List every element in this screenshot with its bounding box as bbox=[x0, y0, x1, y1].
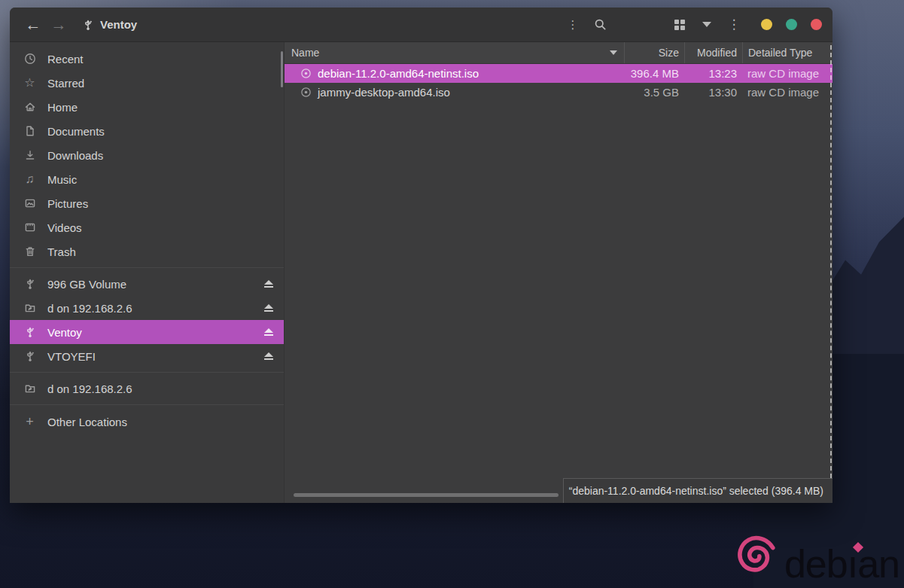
sidebar-item-documents[interactable]: Documents bbox=[10, 119, 284, 143]
sidebar-item-label: Pictures bbox=[47, 197, 273, 210]
search-icon bbox=[594, 18, 607, 31]
file-name: debian-11.2.0-amd64-netinst.iso bbox=[318, 67, 479, 80]
sidebar-item-network-d-on-192-168-2-6[interactable]: d on 192.168.2.6 bbox=[10, 376, 284, 401]
sidebar-scrollbar[interactable] bbox=[281, 51, 283, 87]
eject-button[interactable] bbox=[264, 328, 273, 336]
sidebar-separator bbox=[10, 372, 284, 373]
clock-icon bbox=[23, 53, 36, 66]
selection-status-text: “debian-11.2.0-amd64-netinst.iso” select… bbox=[569, 485, 823, 497]
sidebar-item-label: Other Locations bbox=[47, 416, 273, 428]
star-icon: ☆ bbox=[23, 77, 36, 90]
sidebar-item-ventoy[interactable]: Ventoy bbox=[10, 320, 284, 344]
sort-descending-icon bbox=[610, 50, 617, 55]
sidebar-item-d-on-192-168-2-6[interactable]: d on 192.168.2.6 bbox=[10, 296, 284, 320]
sidebar-item-label: Starred bbox=[47, 77, 273, 90]
column-label: Name bbox=[291, 47, 319, 59]
sidebar-item-label: Trash bbox=[47, 245, 273, 258]
sidebar-item-label: Documents bbox=[47, 125, 273, 138]
download-icon bbox=[23, 149, 36, 162]
usb-drive-icon bbox=[82, 19, 94, 31]
sidebar-item-home[interactable]: Home bbox=[10, 95, 284, 119]
sidebar: Recent ☆ Starred Home Documents Download… bbox=[10, 42, 285, 503]
eject-button[interactable] bbox=[264, 304, 273, 312]
debian-logo: debıan bbox=[735, 534, 899, 582]
sidebar-item-label: Ventoy bbox=[47, 326, 253, 339]
column-header-size[interactable]: Size bbox=[624, 42, 684, 63]
debian-text-part: an bbox=[857, 542, 899, 586]
sidebar-item-other-locations[interactable]: + Other Locations bbox=[10, 410, 284, 434]
sidebar-item-downloads[interactable]: Downloads bbox=[10, 143, 284, 167]
debian-text-part: deb bbox=[784, 542, 848, 586]
sidebar-item-label: Music bbox=[47, 173, 273, 186]
sidebar-item-label: Home bbox=[47, 101, 273, 114]
sidebar-item-music[interactable]: ♫ Music bbox=[10, 167, 284, 191]
search-button[interactable] bbox=[586, 11, 613, 38]
location-menu-button[interactable]: ⋮ bbox=[559, 11, 586, 38]
file-name: jammy-desktop-amd64.iso bbox=[318, 86, 450, 99]
column-header-modified[interactable]: Modified bbox=[684, 42, 742, 63]
file-type: raw CD image bbox=[742, 67, 832, 80]
column-header-type[interactable]: Detailed Type bbox=[742, 42, 832, 63]
maximize-button[interactable] bbox=[786, 19, 797, 30]
sidebar-item-996gb-volume[interactable]: 996 GB Volume bbox=[10, 272, 284, 296]
music-note-icon: ♫ bbox=[23, 173, 36, 186]
grid-view-icon bbox=[674, 20, 685, 30]
shared-folder-icon bbox=[23, 382, 36, 395]
current-location-button[interactable]: Ventoy bbox=[82, 18, 137, 31]
sidebar-item-label: Downloads bbox=[47, 149, 273, 162]
cd-image-icon bbox=[300, 87, 312, 98]
horizontal-scrollbar[interactable] bbox=[294, 493, 559, 497]
sidebar-separator bbox=[10, 267, 284, 268]
file-row-jammy-iso[interactable]: jammy-desktop-amd64.iso 3.5 GB 13:30 raw… bbox=[285, 83, 832, 102]
file-modified: 13:23 bbox=[684, 67, 742, 80]
close-button[interactable] bbox=[811, 19, 822, 30]
sidebar-item-label: d on 192.168.2.6 bbox=[47, 302, 253, 315]
shared-folder-icon bbox=[23, 302, 36, 315]
window-controls bbox=[761, 19, 822, 30]
sidebar-item-label: VTOYEFI bbox=[47, 350, 253, 363]
home-icon bbox=[23, 101, 36, 114]
file-type: raw CD image bbox=[742, 86, 832, 99]
sidebar-separator bbox=[10, 404, 284, 405]
file-manager-window: ← → Ventoy ⋮ ⋮ bbox=[10, 8, 832, 503]
file-row-debian-iso[interactable]: debian-11.2.0-amd64-netinst.iso 396.4 MB… bbox=[285, 64, 832, 83]
file-size: 3.5 GB bbox=[624, 86, 684, 99]
selection-marquee-line bbox=[830, 45, 832, 478]
sidebar-item-label: Recent bbox=[47, 53, 273, 66]
eject-button[interactable] bbox=[264, 280, 273, 288]
debian-swirl-icon bbox=[735, 534, 781, 580]
column-label: Detailed Type bbox=[748, 47, 812, 59]
file-size: 396.4 MB bbox=[624, 67, 684, 80]
view-toggle-button[interactable] bbox=[666, 11, 693, 38]
chevron-down-icon bbox=[702, 22, 711, 27]
sidebar-item-trash[interactable]: Trash bbox=[10, 239, 284, 264]
window-body: Recent ☆ Starred Home Documents Download… bbox=[10, 42, 832, 503]
sidebar-item-videos[interactable]: Videos bbox=[10, 215, 284, 239]
debian-wordmark: debıan bbox=[784, 547, 899, 582]
file-modified: 13:30 bbox=[684, 86, 742, 99]
menu-kebab-icon: ⋮ bbox=[728, 18, 741, 31]
sidebar-item-starred[interactable]: ☆ Starred bbox=[10, 71, 284, 95]
forward-button[interactable]: → bbox=[46, 12, 72, 38]
file-list-pane: Name Size Modified Detailed Type debian-… bbox=[285, 42, 832, 503]
column-header-name[interactable]: Name bbox=[285, 42, 624, 63]
location-title: Ventoy bbox=[100, 18, 137, 31]
sidebar-item-label: Videos bbox=[47, 221, 273, 234]
eject-button[interactable] bbox=[264, 352, 273, 360]
back-button[interactable]: ← bbox=[20, 12, 46, 38]
document-icon bbox=[23, 125, 36, 138]
column-label: Modified bbox=[697, 47, 737, 59]
usb-drive-icon bbox=[23, 350, 36, 363]
video-icon bbox=[23, 221, 36, 234]
status-bar: “debian-11.2.0-amd64-netinst.iso” select… bbox=[563, 478, 832, 503]
app-menu-button[interactable]: ⋮ bbox=[720, 11, 747, 38]
plus-icon: + bbox=[23, 416, 36, 428]
sidebar-item-vtoyefi[interactable]: VTOYEFI bbox=[10, 344, 284, 368]
sidebar-item-recent[interactable]: Recent bbox=[10, 47, 284, 71]
usb-drive-icon bbox=[23, 326, 36, 339]
minimize-button[interactable] bbox=[761, 19, 772, 30]
view-options-button[interactable] bbox=[693, 11, 720, 38]
sidebar-item-pictures[interactable]: Pictures bbox=[10, 191, 284, 215]
sidebar-item-label: d on 192.168.2.6 bbox=[47, 382, 273, 395]
trash-icon bbox=[23, 245, 36, 258]
